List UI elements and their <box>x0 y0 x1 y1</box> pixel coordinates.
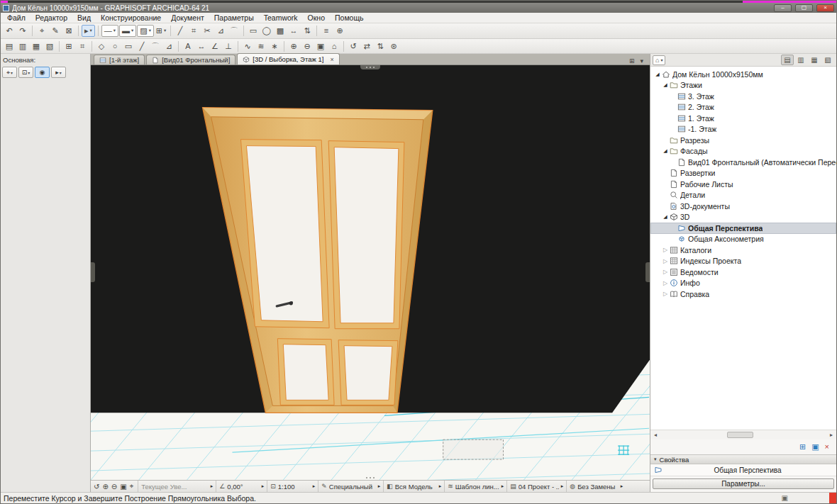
eraser-tool-button[interactable]: ⊠ <box>62 25 75 37</box>
scrollbar-track[interactable] <box>660 430 826 439</box>
arrow-tool-combo[interactable]: ▸▾ <box>82 25 95 37</box>
zoom-out-button[interactable]: ⊖ <box>111 483 117 491</box>
tree-item[interactable]: 3. Этаж <box>650 91 836 102</box>
minimize-button[interactable]: – <box>774 4 792 12</box>
tree-item[interactable]: ◢Фасады <box>650 146 836 157</box>
view-map-button[interactable]: ▥ <box>794 55 807 65</box>
tree-open-arrow-icon[interactable]: ◢ <box>662 148 669 154</box>
menu-document[interactable]: Документ <box>166 13 209 22</box>
menu-options[interactable]: Параметры <box>209 13 259 22</box>
fit-in-window-button[interactable]: ▣ <box>120 483 126 491</box>
line-style-combo[interactable]: —▾ <box>101 25 118 37</box>
3d-viewport[interactable] <box>91 65 650 480</box>
tree-item[interactable]: Общая Аксонометрия <box>650 234 836 245</box>
fill-type-combo[interactable]: ▨▾ <box>137 25 154 37</box>
tree-open-arrow-icon[interactable]: ◢ <box>662 82 669 88</box>
menu-window[interactable]: Окно <box>303 13 330 22</box>
menu-view[interactable]: Вид <box>72 13 96 22</box>
new-document-button[interactable]: ▤ <box>3 40 16 52</box>
tree-item[interactable]: ▷Справка <box>650 289 836 300</box>
stretch-button[interactable]: ↔ <box>287 25 300 37</box>
tree-item[interactable]: Развертки <box>650 168 836 179</box>
align-button[interactable]: ⇅ <box>301 25 314 37</box>
tree-closed-arrow-icon[interactable]: ▷ <box>662 247 669 253</box>
marquee-combo-button[interactable]: ⊡▾ <box>18 67 33 78</box>
angle-dimension-button[interactable]: ∠ <box>209 40 221 52</box>
scroll-right-arrow-icon[interactable]: ▸ <box>826 432 836 438</box>
properties-section-header[interactable]: ▾ Свойства <box>650 454 836 464</box>
split-button[interactable]: ⊿ <box>214 25 227 37</box>
publisher-button[interactable]: ▧ <box>821 55 834 65</box>
spline-button[interactable]: ≋ <box>255 40 267 52</box>
tree-item[interactable]: ▷Каталоги <box>650 245 836 256</box>
cut-button[interactable]: ✂ <box>201 25 214 37</box>
bottom-palette-grip[interactable] <box>360 476 380 480</box>
arc-button[interactable]: ⌒ <box>149 40 162 52</box>
tree-item[interactable]: Разрезы <box>650 135 836 146</box>
menu-teamwork[interactable]: Teamwork <box>259 13 303 22</box>
tree-item[interactable]: Детали <box>650 190 836 201</box>
group-button[interactable]: ⊕ <box>333 25 346 37</box>
mesh-button[interactable]: ⌗ <box>76 40 89 52</box>
scale-select[interactable]: ⊡1:100▸ <box>267 481 318 492</box>
top-palette-grip[interactable] <box>360 65 380 69</box>
new-folder-button[interactable]: ▣ <box>811 443 819 451</box>
grid-view-button[interactable]: ⊞ <box>62 40 75 52</box>
tab-3d-view[interactable]: [3D / Выборка, Этаж 1]× <box>237 53 339 65</box>
tree-item[interactable]: 1. Этаж <box>650 113 836 124</box>
circle-button[interactable]: ○ <box>109 40 121 52</box>
close-button[interactable]: × <box>816 4 834 12</box>
active-snap-button[interactable]: ◉ <box>35 67 50 78</box>
menu-editor[interactable]: Редактор <box>31 13 72 22</box>
snap-point-button[interactable]: ⌗ <box>187 25 200 37</box>
zoom-level-select[interactable]: Текущее Уве...▸ <box>138 481 216 492</box>
left-pane-grip[interactable] <box>91 262 95 282</box>
undo-button[interactable]: ↶ <box>3 25 16 37</box>
pointer-tool-button[interactable]: ⌖ <box>35 25 48 37</box>
layer-combination-select[interactable]: ▤04 Проект - ...▸ <box>506 481 566 492</box>
polyline-button[interactable]: ⊿ <box>162 40 175 52</box>
zoom-in-button[interactable]: ⊕ <box>287 40 300 52</box>
rect-button[interactable]: ▭ <box>122 40 135 52</box>
tree-item[interactable]: Общая Перспектива <box>650 223 836 234</box>
tree-item[interactable]: ▷Ведомости <box>650 267 836 278</box>
scroll-left-arrow-icon[interactable]: ◂ <box>650 432 660 438</box>
graphic-override-select[interactable]: ◍Без Замены▸ <box>566 481 626 492</box>
pen-weight-combo[interactable]: ▬▾ <box>119 25 136 37</box>
tab-list-button[interactable]: ▾ <box>638 57 645 65</box>
walk-mode-button[interactable]: ⌖ <box>130 482 134 491</box>
multiply-button[interactable]: ⊛ <box>387 40 400 52</box>
tree-item[interactable]: 3D-документы <box>650 201 836 212</box>
tree-item[interactable]: Рабочие Листы <box>650 179 836 190</box>
text-tool-button[interactable]: A <box>182 40 194 52</box>
tree-open-arrow-icon[interactable]: ◢ <box>662 214 669 220</box>
elevate-button[interactable]: ⇅ <box>374 40 387 52</box>
tree-item[interactable]: Вид01 Фронтальный (Автоматически Перестр… <box>650 157 836 168</box>
redo-button[interactable]: ↷ <box>16 25 29 37</box>
layout-book-button[interactable]: ▦ <box>808 55 821 65</box>
navigator-horizontal-scrollbar[interactable]: ◂ ▸ <box>650 430 836 439</box>
diamond-tool-button[interactable]: ◇ <box>95 40 108 52</box>
menu-file[interactable]: Файл <box>2 13 31 22</box>
project-chooser-button[interactable]: ⌂▾ <box>653 55 665 65</box>
tree-open-arrow-icon[interactable]: ◢ <box>654 72 661 77</box>
zoom-in-button[interactable]: ⊕ <box>102 483 108 491</box>
guide-line-button[interactable]: ╱ <box>174 25 187 37</box>
tree-item[interactable]: ▷Инфо <box>650 278 836 289</box>
tree-item[interactable]: -1. Этаж <box>650 124 836 135</box>
arrow-cursor-button[interactable]: ▸▾ <box>51 67 66 78</box>
maximize-button[interactable]: ▢ <box>795 4 813 12</box>
orientation-select[interactable]: ∠0,00°▸ <box>216 481 267 492</box>
tree-closed-arrow-icon[interactable]: ▷ <box>662 269 669 275</box>
box-tool-button[interactable]: ▭ <box>247 25 260 37</box>
menu-help[interactable]: Помощь <box>330 13 369 22</box>
pencil-tool-button[interactable]: ✎ <box>49 25 62 37</box>
save-view-button[interactable]: ⊞ <box>799 443 806 451</box>
circle-tool-button[interactable]: ◯ <box>260 25 273 37</box>
model-filter-select[interactable]: ◧Вся Модель▸ <box>383 481 444 492</box>
line-template-select[interactable]: ≋Шаблон лин...▸ <box>444 481 506 492</box>
delete-item-button[interactable]: × <box>825 443 829 451</box>
wave-button[interactable]: ∿ <box>241 40 254 52</box>
new-tab-button[interactable]: ⊞ <box>627 57 637 65</box>
fillet-button[interactable]: ⌒ <box>228 25 240 37</box>
